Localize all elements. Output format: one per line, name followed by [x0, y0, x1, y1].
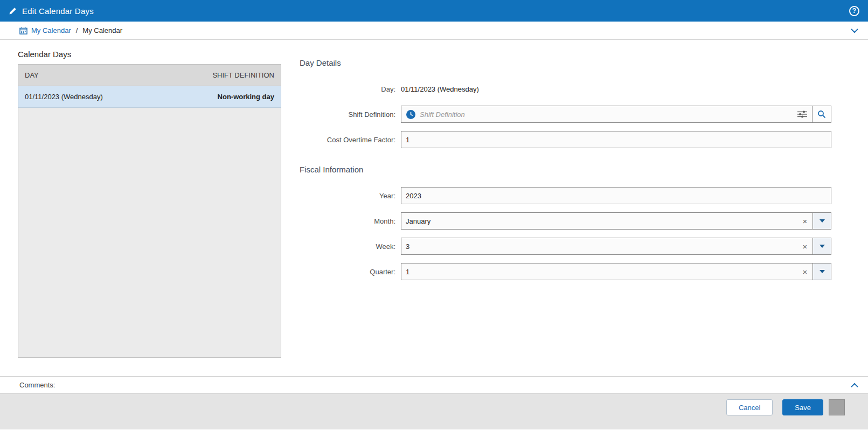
cancel-button[interactable]: Cancel [726, 399, 773, 415]
day-value: 01/11/2023 (Wednesday) [401, 85, 479, 93]
column-header-shift-definition: SHIFT DEFINITION [212, 71, 274, 79]
calendar-days-table-header: DAY SHIFT DEFINITION [18, 65, 281, 86]
chevron-down-icon[interactable] [851, 29, 858, 33]
edit-pencil-icon [9, 7, 17, 15]
table-row[interactable]: 01/11/2023 (Wednesday) Non-working day [18, 86, 281, 108]
week-combo: × [401, 238, 813, 255]
breadcrumb: My Calendar / My Calendar [0, 22, 868, 40]
day-row: Day: 01/11/2023 (Wednesday) [300, 80, 831, 98]
chevron-down-icon [820, 219, 825, 223]
resize-grip [829, 399, 845, 415]
cost-overtime-label: Cost Overtime Factor: [300, 136, 401, 144]
week-row: Week: × [300, 238, 831, 255]
calendar-icon [19, 27, 27, 34]
month-row: Month: × [300, 212, 831, 230]
comments-label: Comments: [19, 381, 55, 389]
calendar-days-panel: Calendar Days DAY SHIFT DEFINITION 01/11… [18, 50, 281, 376]
year-input[interactable] [401, 187, 831, 204]
month-label: Month: [300, 217, 401, 225]
quarter-label: Quarter: [300, 268, 401, 276]
cost-overtime-input[interactable] [401, 131, 831, 148]
day-details-title: Day Details [300, 58, 831, 67]
month-input[interactable] [401, 217, 797, 225]
quarter-row: Quarter: × [300, 263, 831, 280]
day-details-panel: Day Details Day: 01/11/2023 (Wednesday) … [300, 40, 831, 376]
quarter-clear-icon[interactable]: × [797, 263, 813, 280]
quarter-dropdown-button[interactable] [813, 263, 831, 280]
chevron-up-icon[interactable] [851, 383, 858, 387]
chevron-down-icon [820, 270, 825, 273]
app-header: Edit Calendar Days ? [0, 0, 868, 22]
breadcrumb-current: My Calendar [82, 26, 122, 34]
quarter-combo: × [401, 263, 813, 280]
shift-definition-input[interactable] [420, 110, 793, 119]
page-title: Edit Calendar Days [22, 6, 94, 16]
year-row: Year: [300, 187, 831, 204]
calendar-days-table: DAY SHIFT DEFINITION 01/11/2023 (Wednesd… [18, 64, 281, 358]
shift-type-icon [406, 110, 415, 119]
row-day-value: 01/11/2023 (Wednesday) [25, 93, 103, 101]
day-label: Day: [300, 85, 401, 93]
week-dropdown-button[interactable] [813, 238, 831, 255]
help-icon[interactable]: ? [849, 6, 859, 16]
quarter-input[interactable] [401, 268, 797, 276]
shift-definition-box [401, 106, 813, 123]
shift-definition-label: Shift Definition: [300, 110, 401, 119]
week-clear-icon[interactable]: × [797, 238, 813, 254]
cost-overtime-row: Cost Overtime Factor: [300, 131, 831, 148]
fiscal-information-title: Fiscal Information [300, 165, 831, 174]
filter-icon[interactable] [793, 106, 812, 122]
column-header-day: DAY [25, 71, 39, 79]
search-icon[interactable] [812, 106, 831, 123]
breadcrumb-link-my-calendar[interactable]: My Calendar [31, 26, 71, 34]
breadcrumb-separator: / [76, 26, 78, 34]
calendar-days-empty-area [18, 108, 281, 357]
calendar-days-title: Calendar Days [18, 50, 281, 59]
month-combo: × [401, 212, 813, 230]
main-content: Calendar Days DAY SHIFT DEFINITION 01/11… [0, 40, 868, 376]
row-shift-definition-value: Non-working day [218, 93, 274, 101]
month-dropdown-button[interactable] [813, 212, 831, 230]
footer-actions: Cancel Save [0, 394, 868, 429]
chevron-down-icon [820, 245, 825, 248]
month-clear-icon[interactable]: × [797, 213, 813, 229]
shift-definition-row: Shift Definition: [300, 106, 831, 123]
year-label: Year: [300, 192, 401, 200]
comments-section[interactable]: Comments: [0, 376, 868, 394]
save-button[interactable]: Save [782, 399, 823, 415]
week-input[interactable] [401, 242, 797, 251]
week-label: Week: [300, 242, 401, 251]
